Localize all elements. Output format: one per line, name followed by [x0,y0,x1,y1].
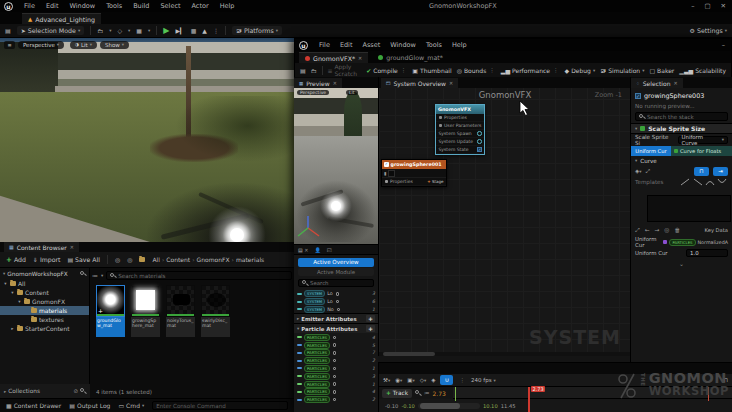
snap-button[interactable]: ⇥ [713,167,728,176]
search-icon[interactable] [415,390,421,396]
menu-select[interactable]: Select [160,2,180,10]
back-icon[interactable]: ◎ [115,256,120,263]
system-node-item-system-state[interactable]: System State✓ [436,146,484,154]
menu-edit[interactable]: Edit [46,2,59,10]
active-module-button[interactable]: Active Module [298,268,374,276]
playback-range-end[interactable]: 10.10 [483,403,498,409]
content-drawer-button[interactable]: ▦Content Drawer [6,402,61,409]
menu-actor[interactable]: Actor [192,2,209,10]
particle-parameter-row[interactable]: PARTICLES2 [294,396,378,404]
tree-expander[interactable]: ▾ [17,299,22,304]
curve-section-header[interactable]: ▾Curve [631,156,732,165]
tree-expander[interactable]: ▸ [10,326,15,331]
delete-key-icon[interactable]: 🗑 [674,227,680,233]
breadcrumb-item[interactable]: materials [236,256,264,263]
level-tab[interactable]: ▲ Advanced_Lighting [22,13,101,24]
asset-tab-GnomonVFX[interactable]: GnomonVFX*✕ [299,52,368,63]
curve-color-dropdown[interactable]: ◈▾ [635,168,642,174]
curve-mode-dropdown[interactable]: Uniform Curve▾ [678,136,728,144]
menu-tools[interactable]: Tools [106,2,122,10]
isolate-icon[interactable]: ▮ [384,171,386,176]
particle-parameter-row[interactable]: PARTICLES2 [294,357,378,365]
settings-dropdown[interactable]: ⚙ Settings ▾ [690,27,727,34]
module-enabled-checkbox[interactable]: ✓ [477,147,482,152]
collections-add-icon[interactable]: ⊘ [73,388,78,394]
breadcrumb-item[interactable]: All [152,256,159,263]
stop-icon[interactable]: ■ [191,27,197,34]
add-track-button[interactable]: +Track [382,389,412,398]
close-icon[interactable]: ✕ [333,80,337,86]
menu-build[interactable]: Build [133,2,149,10]
sequencer-settings-icon[interactable]: ⚒▾ [383,377,390,383]
emitter-attributes-header[interactable]: ▸Emitter Attributes+ [294,313,378,323]
keyframe-icon[interactable]: ◇▾ [420,377,427,383]
add-parameter-button[interactable]: + [366,315,375,322]
asset-growingSphere_mat[interactable]: growingSphere_mat [131,285,160,337]
filter-icon[interactable]: ≔ [92,272,98,279]
tree-item-all[interactable]: ▾All [0,279,89,288]
search-icon[interactable] [80,271,86,277]
visibility-icon[interactable]: ◉▾ [395,377,402,383]
tree-expander[interactable]: ▾ [3,281,8,286]
debug-dropdown[interactable]: ◆Debug▾ [565,67,596,74]
eject-icon[interactable]: ▲ [202,27,207,34]
active-overview-button[interactable]: Active Overview [298,258,374,267]
emitter-enabled-checkbox[interactable]: ✓ [384,162,389,167]
close-icon[interactable]: ✕ [449,80,453,86]
curve-template-icons[interactable] [680,178,728,186]
parameters-search-input[interactable]: Search [298,279,374,287]
close-icon[interactable]: ✕ [721,2,726,10]
sources-header[interactable]: ▾GnomonWorkshopFX [0,268,89,279]
niagara-menu-help[interactable]: Help [452,41,467,49]
expand-curve-icon[interactable]: ⤢ [646,168,650,175]
close-icon[interactable]: ✕ [70,244,74,250]
bounds-button[interactable]: ◎Bounds⋮ [457,67,496,74]
breadcrumb-item[interactable]: GnomonFX [197,256,230,263]
browse-icon[interactable]: 🗀 [311,67,317,74]
scrollbar-thumb[interactable] [420,403,460,409]
console-input[interactable]: Enter Console Command [152,401,288,410]
menu-window[interactable]: Window [69,2,95,10]
niagara-menu-file[interactable]: File [319,41,330,49]
menu-help[interactable]: Help [220,2,235,10]
particle-parameter-row[interactable]: PARTICLES7 [294,349,378,357]
compile-button[interactable]: ✔Compile⋮ [366,67,407,74]
niagara-preview-viewport[interactable]: Perspective Lit [294,88,378,244]
asset-noisyTorus_mat[interactable]: noisyTorus_mat [166,285,195,337]
search-icon[interactable] [80,388,86,394]
tree-item-textures[interactable]: textures [0,315,89,324]
system-node-item-user-parameters[interactable]: User Parameters [436,122,484,130]
save-icon[interactable]: ▤ [300,67,306,74]
system-node-item-system-spawn[interactable]: System Spawn [436,130,484,138]
tree-item-materials[interactable]: materials [0,306,89,315]
snap-magnet-button[interactable]: ∪ [440,375,453,385]
range-start-marker[interactable] [455,387,456,401]
play-icon[interactable]: ▶ [163,26,169,35]
minimize-icon[interactable]: – [691,2,694,10]
tree-item-gnomonfx[interactable]: ▾GnomonFX [0,297,89,306]
filter-icon[interactable]: ≔ [424,390,430,396]
auto-key-icon[interactable]: ◈ [431,377,435,383]
playhead[interactable] [528,387,530,412]
preview-perspective-dropdown[interactable]: Perspective [297,90,329,95]
scrollbar-thumb[interactable] [383,352,435,356]
particle-parameter-row[interactable]: PARTICLES1 [294,380,378,388]
stage-badge[interactable]: + Stage [427,179,443,184]
playback-range-start[interactable]: -0.10 [401,403,414,409]
stack-search-input[interactable]: Search the stack [635,112,728,121]
attributes-icon[interactable]: 🗠 [327,247,332,253]
scalability-button[interactable]: ▁▃▅Scalability [679,67,726,74]
minimize-icon[interactable]: – [722,41,725,49]
niagara-menu-tools[interactable]: Tools [426,41,442,49]
play-options-icon[interactable]: ⋮ [213,27,219,34]
fps-dropdown[interactable]: 240 fps▾ [471,377,496,383]
tree-item-startercontent[interactable]: ▸StarterContent [0,324,89,333]
niagara-menu-asset[interactable]: Asset [362,41,380,49]
output-log-button[interactable]: ▤Output Log [69,402,110,409]
tree-item-content[interactable]: ▾Content [0,288,89,297]
breadcrumb-item[interactable]: Content [166,256,190,263]
next-key-icon[interactable]: → [655,227,660,233]
system-parameter-row[interactable]: SYSTEMLo6 [294,298,378,306]
simulation-dropdown[interactable]: 🖳Simulation▾ [600,67,644,74]
add-parameter-button[interactable]: + [366,325,375,332]
